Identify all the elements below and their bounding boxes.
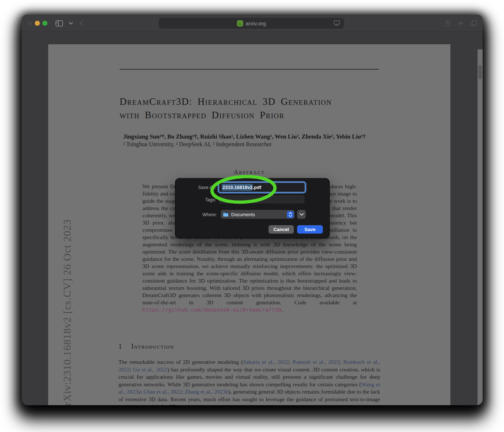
where-dropdown[interactable]: Documents (221, 210, 295, 219)
section-heading: 1Introduction (118, 343, 174, 350)
intro-text: The remarkable success of 2D generative … (118, 359, 243, 365)
section-title: Introduction (131, 343, 174, 350)
paper-title-line1: DreamCraft3D: Hierarchical 3D Generation (120, 95, 388, 108)
citation-link[interactable]: Saharia et al., 2022 (243, 359, 289, 365)
intro-text: ; (130, 366, 133, 373)
citation-link[interactable]: Gu et al., 2022 (133, 366, 167, 373)
abstract-period: . (282, 306, 283, 313)
page-settings-icon[interactable] (334, 20, 340, 27)
sidebar-chevron-down-icon[interactable] (66, 19, 75, 28)
window-zoom-button[interactable] (42, 21, 47, 26)
filename-selected-text: 2310.16818v2 (222, 184, 253, 191)
save-as-label: Save As: (180, 185, 216, 190)
browser-window: arxiv.org (22, 15, 483, 405)
expand-dialog-chevron-button[interactable] (297, 210, 306, 219)
window-close-button[interactable] (27, 21, 32, 26)
paper-affiliations: ¹ Tsinghua University, ² DeepSeek AI, ³ … (123, 141, 399, 148)
tags-label: Tags: (180, 197, 216, 202)
save-button[interactable]: Save (297, 225, 323, 234)
arxiv-sidebar-label: arXiv:2310.16818v2 [cs.CV] 26 Oct 2023 (61, 219, 73, 405)
scrollbar-track[interactable] (478, 49, 483, 405)
cancel-button[interactable]: Cancel (268, 225, 294, 234)
paper-authors: Jingxiang Sun¹*, Bo Zhang³†, Ruizhi Shao… (123, 133, 399, 140)
scrollbar-thumb[interactable] (478, 65, 482, 79)
intro-text: ; (182, 388, 185, 395)
intro-text: ; (289, 359, 292, 365)
paper-top-rule (120, 69, 379, 70)
back-button-icon[interactable] (77, 19, 86, 28)
filename-input[interactable]: 2310.16818v2.pdf (219, 182, 305, 192)
intro-text: ; (141, 388, 143, 395)
dropdown-stepper-icon[interactable] (287, 211, 293, 218)
citation-link[interactable]: Chan et al., 2022 (143, 388, 182, 395)
new-tab-plus-icon[interactable] (456, 19, 465, 28)
filename-extension-text: .pdf (253, 185, 261, 190)
browser-titlebar: arxiv.org (22, 15, 483, 32)
where-label: Where: (181, 212, 217, 217)
tab-overview-icon[interactable] (469, 19, 479, 28)
where-value: Documents (231, 212, 295, 217)
intro-paragraph: The remarkable success of 2D generative … (118, 358, 380, 405)
url-text: arxiv.org (246, 20, 266, 26)
tags-input[interactable] (219, 196, 304, 203)
citation-link[interactable]: Zhang et al., 2023b (185, 388, 228, 395)
section-number: 1 (118, 343, 122, 350)
paper-title-line2: with Bootstrapped Diffusion Prior (120, 108, 388, 122)
sidebar-toggle-icon[interactable] (54, 19, 64, 28)
citation-link[interactable]: Ramesh et al., 2022 (292, 359, 340, 365)
abstract-heading: Abstract (142, 169, 356, 176)
github-link[interactable]: https://github.com/deepseek-ai/DreamCraf… (142, 307, 282, 313)
save-dialog: Save As: 2310.16818v2.pdf Tags: Where: D… (175, 178, 330, 238)
folder-icon (223, 212, 229, 217)
paper-title: DreamCraft3D: Hierarchical 3D Generation… (120, 95, 388, 122)
window-minimize-button[interactable] (35, 21, 40, 26)
address-bar[interactable]: arxiv.org (159, 18, 344, 29)
share-icon[interactable] (443, 19, 452, 28)
intro-text: ; (340, 359, 343, 365)
arxiv-favicon (237, 20, 243, 26)
